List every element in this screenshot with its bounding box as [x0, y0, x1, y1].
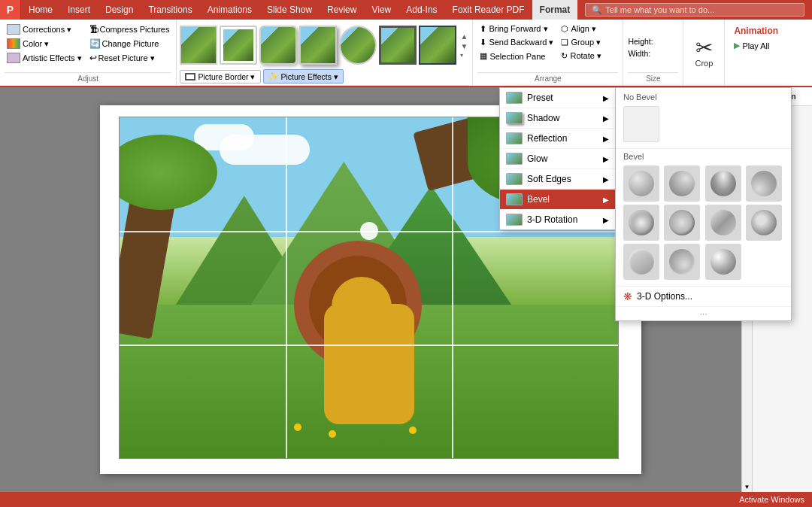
- reset-picture-button[interactable]: ↩ Reset Picture ▾: [87, 51, 172, 65]
- height-label: Height:: [628, 37, 653, 46]
- app-icon: P: [0, 0, 21, 20]
- bevel-menu-item[interactable]: Bevel ▶: [500, 190, 615, 210]
- search-placeholder: Tell me what you want to do...: [605, 5, 714, 14]
- bevel-style-10[interactable]: [664, 244, 700, 280]
- menu-review[interactable]: Review: [320, 0, 364, 20]
- adjust-group: Corrections ▾ Color ▾ Artistic Effects ▾…: [0, 20, 177, 86]
- bevel-submenu: No Bevel Bevel: [615, 87, 792, 321]
- menu-insert[interactable]: Insert: [60, 0, 98, 20]
- color-icon: [7, 38, 20, 49]
- bevel-style-11[interactable]: [705, 244, 741, 280]
- menu-bar: P Home Insert Design Transitions Animati…: [0, 0, 812, 20]
- style-thumb-4[interactable]: [299, 26, 337, 65]
- style-thumb-2[interactable]: [220, 26, 257, 65]
- glow-menu-item[interactable]: Glow ▶: [500, 149, 615, 169]
- color-button[interactable]: Color ▾: [5, 37, 84, 50]
- reflection-menu-item[interactable]: Reflection ▶: [500, 129, 615, 149]
- menu-addins[interactable]: Add-Ins: [398, 0, 444, 20]
- play-icon: ▶: [734, 41, 740, 50]
- menu-slideshow[interactable]: Slide Show: [259, 0, 320, 20]
- adjust-group-title: Adjust: [5, 72, 171, 83]
- 3d-options-icon: ❋: [623, 290, 632, 302]
- picture-effects-button[interactable]: ✨ Picture Effects ▾: [263, 69, 344, 83]
- arrange-group: ⬆ Bring Forward ▾ ⬇ Send Backward ▾ ▦ Se…: [473, 20, 623, 86]
- bevel-style-5[interactable]: [623, 205, 659, 241]
- animation-title: Animation: [731, 23, 806, 39]
- 3d-rotation-menu-item[interactable]: 3-D Rotation ▶: [500, 210, 615, 229]
- crop-button[interactable]: ✂ Crop: [683, 20, 725, 86]
- menu-home[interactable]: Home: [21, 0, 60, 20]
- bevel-style-7[interactable]: [705, 205, 741, 241]
- main-area: ▲ ▼: [0, 87, 812, 492]
- rotate-button[interactable]: ↻ Rotate ▾: [559, 50, 603, 62]
- menu-foxit[interactable]: Foxit Reader PDF: [445, 0, 532, 20]
- style-thumb-7[interactable]: [419, 26, 456, 65]
- size-group-title: Size: [628, 72, 678, 83]
- menu-animations[interactable]: Animations: [200, 0, 259, 20]
- corrections-icon: [7, 24, 20, 35]
- style-thumb-5[interactable]: [339, 26, 377, 65]
- bevel-title: Bevel: [616, 148, 791, 162]
- compress-pictures-button[interactable]: 🗜 Compress Pictures: [87, 23, 172, 36]
- change-picture-button[interactable]: 🔄 Change Picture: [87, 37, 172, 50]
- corrections-button[interactable]: Corrections ▾: [5, 23, 84, 36]
- scroll-down-btn[interactable]: ▼: [743, 482, 752, 492]
- crop-label: Crop: [695, 59, 713, 68]
- bring-forward-button[interactable]: ⬆ Bring Forward ▾: [477, 23, 556, 35]
- selection-pane-button[interactable]: ▦ Selection Pane: [477, 50, 556, 62]
- ribbon: Corrections ▾ Color ▾ Artistic Effects ▾…: [0, 20, 812, 87]
- no-bevel-item[interactable]: [623, 106, 659, 142]
- search-bar[interactable]: 🔍 Tell me what you want to do...: [585, 3, 804, 17]
- soft-edges-menu-item[interactable]: Soft Edges ▶: [500, 169, 615, 190]
- no-bevel-title: No Bevel: [616, 88, 791, 103]
- picture-styles-group: ▲ ▼ ▾ Picture Border ▾ ✨ Picture Effects…: [177, 20, 473, 86]
- style-thumb-1[interactable]: [180, 26, 217, 65]
- bevel-style-6[interactable]: [664, 205, 700, 241]
- bevel-style-9[interactable]: [623, 244, 659, 280]
- menu-format[interactable]: Format: [532, 0, 578, 20]
- align-button[interactable]: ⬡ Align ▾: [559, 23, 603, 35]
- picture-border-button[interactable]: Picture Border ▾: [180, 70, 260, 83]
- width-label: Width:: [628, 49, 650, 58]
- artistic-icon: [7, 53, 20, 63]
- size-group: Height: Width: Size: [623, 20, 683, 86]
- style-thumb-6[interactable]: [379, 26, 417, 65]
- bevel-style-2[interactable]: [664, 165, 700, 202]
- search-icon: 🔍: [592, 5, 602, 15]
- preset-menu-item[interactable]: Preset ▶: [500, 88, 615, 108]
- play-all-button[interactable]: ▶ Play All: [731, 39, 806, 52]
- style-thumb-3[interactable]: [259, 26, 297, 65]
- activate-windows-text: Activate Windows: [739, 495, 804, 504]
- bevel-style-1[interactable]: [623, 165, 659, 202]
- menu-design[interactable]: Design: [98, 0, 141, 20]
- arrange-group-title: Arrange: [477, 72, 618, 83]
- bevel-style-3[interactable]: [705, 165, 741, 202]
- menu-view[interactable]: View: [364, 0, 398, 20]
- artistic-effects-button[interactable]: Artistic Effects ▾: [5, 51, 84, 65]
- animation-panel-header: Animation ▶ Play All: [725, 20, 812, 86]
- picture-effects-menu: Preset ▶ Shadow ▶ Reflection ▶ Glow ▶: [499, 87, 616, 230]
- scroll-down-arrow[interactable]: ▲ ▼ ▾: [459, 32, 469, 59]
- submenu-dots: ···: [616, 306, 791, 320]
- 3d-options-button[interactable]: ❋ 3-D Options...: [616, 286, 791, 306]
- shadow-menu-item[interactable]: Shadow ▶: [500, 108, 615, 129]
- bevel-style-4[interactable]: [746, 165, 782, 202]
- menu-transitions[interactable]: Transitions: [141, 0, 199, 20]
- group-button[interactable]: ❏ Group ▾: [559, 36, 603, 49]
- status-bar: Activate Windows: [0, 492, 812, 507]
- bevel-style-8[interactable]: [746, 205, 782, 241]
- send-backward-button[interactable]: ⬇ Send Backward ▾: [477, 36, 556, 49]
